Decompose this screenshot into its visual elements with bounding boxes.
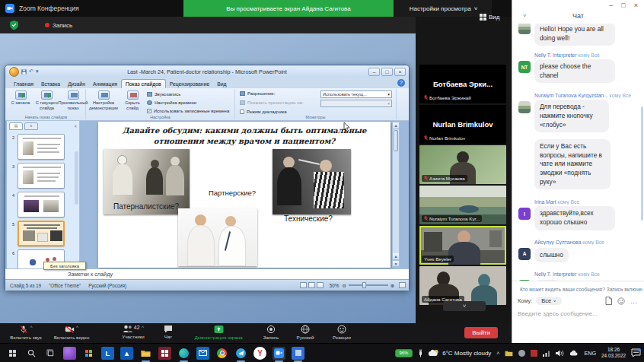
- zoom-out-icon[interactable]: ⊖: [342, 283, 346, 288]
- recording-indicator[interactable]: Запись: [45, 22, 72, 29]
- participant-tile[interactable]: Nurlan Brimkulov Nurlan Brimkulov: [419, 105, 506, 144]
- pane-close-icon[interactable]: ×: [74, 124, 77, 129]
- start-button[interactable]: [6, 347, 19, 360]
- clock[interactable]: 18:26 24.03.2022: [601, 347, 626, 359]
- resolution-dropdown[interactable]: Использовать текущ...▾: [320, 90, 392, 98]
- reactions-button[interactable]: Реакции: [326, 325, 358, 340]
- save-icon[interactable]: [21, 69, 27, 75]
- scroll-up-icon[interactable]: ▲: [393, 122, 399, 129]
- language-indicator[interactable]: Русский (Россия): [88, 283, 126, 288]
- pane-scrollbar[interactable]: [75, 151, 78, 205]
- file-attach-icon[interactable]: [605, 297, 612, 305]
- task-view-icon[interactable]: [44, 347, 57, 360]
- onedrive-tray-icon[interactable]: [518, 350, 525, 357]
- normal-view-icon[interactable]: [300, 282, 307, 288]
- emoji-icon[interactable]: [617, 297, 625, 305]
- participant-tile[interactable]: Айдана Сагитова: [419, 266, 506, 305]
- video-options-chevron[interactable]: ˄: [76, 325, 79, 329]
- slide-thumbnail[interactable]: 3: [9, 163, 65, 189]
- cloud-tray-icon[interactable]: [569, 350, 579, 356]
- search-icon[interactable]: [25, 347, 38, 360]
- view-options-dropdown[interactable]: Настройки просмотра˅: [395, 0, 492, 17]
- hide-slide-button[interactable]: Скрыть слайд: [121, 90, 144, 110]
- minimize-button[interactable]: –: [368, 68, 380, 76]
- security-shield-icon[interactable]: [9, 20, 19, 30]
- zoom-in-icon[interactable]: ⊕: [391, 283, 394, 288]
- more-options-icon[interactable]: …: [630, 297, 638, 305]
- close-button[interactable]: ×: [394, 68, 406, 76]
- slide-thumbnail[interactable]: 4: [9, 192, 65, 218]
- participant-tile[interactable]: Ботбаева Эрки... Ботбаева Эржинай: [419, 65, 506, 103]
- zoom-app-icon[interactable]: [273, 347, 285, 360]
- chat-close-icon[interactable]: ×: [634, 2, 638, 9]
- presenter-view-checkbox[interactable]: Режим докладчика: [240, 110, 287, 114]
- tray-folder-icon[interactable]: [505, 350, 513, 357]
- chat-minimize-icon[interactable]: –: [609, 2, 613, 9]
- start-video-button[interactable]: ˄ Включить видео: [49, 325, 94, 340]
- chat-maximize-icon[interactable]: □: [621, 2, 625, 9]
- tab-slideshow[interactable]: Показ слайдов: [121, 79, 166, 88]
- photos-app-icon[interactable]: [82, 347, 95, 360]
- sorter-view-icon[interactable]: [308, 282, 315, 288]
- chat-button[interactable]: Чат: [157, 325, 180, 339]
- mail-app-icon[interactable]: [196, 347, 209, 360]
- zoom-slider[interactable]: [349, 284, 388, 286]
- from-current-slide-button[interactable]: С текущего слайда: [33, 90, 60, 110]
- more-participants-button[interactable]: ˅: [443, 301, 486, 311]
- view-button[interactable]: Вид: [480, 11, 499, 23]
- use-timings-checkbox[interactable]: ✓ Использовать записанные времена: [147, 109, 229, 113]
- scroll-thumb[interactable]: [394, 130, 398, 151]
- participants-button[interactable]: 42 ˄ Участники: [114, 325, 152, 339]
- chat-scrollbar[interactable]: [641, 106, 643, 221]
- tab-home[interactable]: Главная: [10, 80, 37, 88]
- chrome-browser-icon[interactable]: [215, 347, 228, 360]
- notifications-icon[interactable]: [631, 348, 641, 357]
- slide-thumbnail-selected[interactable]: 5: [9, 221, 65, 246]
- participant-tile[interactable]: Азиита Мусаева: [419, 145, 506, 184]
- outline-tab[interactable]: ≡: [24, 122, 38, 130]
- participant-tile[interactable]: Nuraiym Turanova Kyr...: [419, 186, 506, 224]
- from-beginning-button[interactable]: С начала: [8, 90, 33, 106]
- battery-indicator[interactable]: 96%: [395, 349, 413, 357]
- tray-app-icon[interactable]: [531, 350, 537, 357]
- tab-insert[interactable]: Вставка: [37, 80, 64, 88]
- edge-browser-icon[interactable]: [177, 347, 190, 360]
- people-app-icon[interactable]: [158, 347, 171, 360]
- speaker-icon[interactable]: [556, 350, 564, 357]
- paint3d-app-icon[interactable]: ▲: [120, 347, 133, 360]
- cortana-icon[interactable]: [63, 347, 76, 360]
- telegram-icon[interactable]: [234, 347, 247, 360]
- rehearse-timings-button[interactable]: Настройка времени: [147, 100, 196, 105]
- language-indicator[interactable]: ENG: [584, 350, 596, 357]
- tray-expand-chevron[interactable]: ˄: [496, 351, 499, 356]
- help-icon[interactable]: ?: [397, 79, 405, 87]
- chat-message-list[interactable]: Hello! Hope you are all doing well! Nell…: [512, 24, 644, 281]
- quick-access-toolbar[interactable]: ↶ ▾: [21, 68, 38, 75]
- slide-thumbnail[interactable]: 2: [9, 134, 65, 160]
- undo-icon[interactable]: ↶: [29, 68, 33, 75]
- record-button[interactable]: Запись: [257, 325, 285, 340]
- slides-tab[interactable]: ▤: [9, 122, 23, 130]
- word-app-icon[interactable]: [292, 347, 304, 360]
- unmute-button[interactable]: ˄ Включить звук: [5, 325, 47, 340]
- share-screen-button[interactable]: Демонстрация экрана: [184, 325, 253, 340]
- weather-widget[interactable]: 6°C Mostly cloudy: [429, 349, 491, 357]
- yandex-browser-icon[interactable]: Y: [253, 347, 266, 360]
- participant-tile-active-speaker[interactable]: Yves Beyeler: [419, 226, 506, 265]
- network-icon[interactable]: [543, 350, 550, 357]
- next-slide-icon[interactable]: ▼: [393, 260, 399, 267]
- office-button[interactable]: [9, 67, 19, 77]
- qat-dropdown-icon[interactable]: ▾: [36, 68, 39, 75]
- file-explorer-icon[interactable]: [139, 347, 152, 360]
- slideshow-view-icon[interactable]: [317, 282, 324, 288]
- custom-show-button[interactable]: Произвольный показ: [61, 90, 85, 110]
- participants-chevron[interactable]: ˄: [142, 325, 145, 329]
- setup-slideshow-button[interactable]: Настройка демонстрации: [88, 90, 120, 110]
- prev-slide-icon[interactable]: ▲: [393, 253, 399, 260]
- fit-to-window-icon[interactable]: [399, 282, 406, 288]
- record-narration-button[interactable]: Звукозапись: [147, 92, 180, 97]
- mic-options-chevron[interactable]: ˄: [30, 325, 33, 329]
- notes-area[interactable]: Заметки к слайду: [5, 268, 409, 279]
- leave-button[interactable]: Выйти: [464, 327, 498, 338]
- tab-design[interactable]: Дизайн: [64, 80, 89, 88]
